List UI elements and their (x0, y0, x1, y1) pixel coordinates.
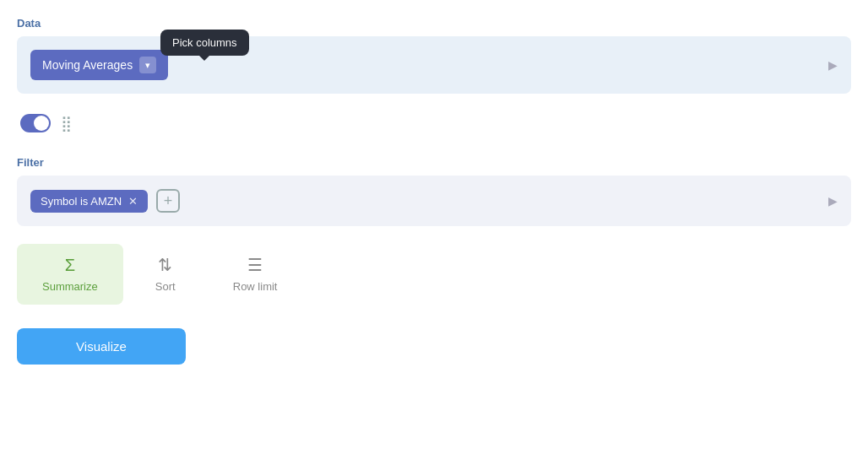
row-limit-icon: ☰ (247, 255, 263, 275)
pick-columns-tooltip: Pick columns (160, 30, 249, 56)
summarize-icon: Σ (65, 256, 75, 275)
tooltip-container: Pick columns (160, 30, 249, 56)
filter-row-arrow-icon[interactable]: ▶ (828, 194, 838, 208)
grid-icon[interactable]: ⣿ (61, 114, 72, 132)
row-limit-label: Row limit (233, 280, 278, 293)
filter-tag-close-icon[interactable]: ✕ (128, 195, 138, 208)
data-row-arrow-icon[interactable]: ▶ (828, 58, 838, 72)
data-section: Data Pick columns Moving Averages ▾ ▶ (17, 17, 851, 94)
filter-section-label: Filter (17, 156, 851, 169)
moving-averages-label: Moving Averages (42, 58, 133, 72)
chevron-down-icon[interactable]: ▾ (139, 57, 156, 73)
data-row: Pick columns Moving Averages ▾ ▶ (17, 36, 851, 94)
data-section-label: Data (17, 17, 851, 30)
sort-icon: ⇅ (158, 255, 172, 275)
tab-sort[interactable]: ⇅ Sort (123, 243, 208, 305)
tab-row-limit[interactable]: ☰ Row limit (208, 243, 303, 305)
summarize-label: Summarize (42, 280, 98, 293)
filter-tag[interactable]: Symbol is AMZN ✕ (30, 190, 148, 213)
visualize-button[interactable]: Visualize (17, 328, 186, 365)
toggle-switch[interactable] (20, 114, 51, 132)
filter-row: Symbol is AMZN ✕ + ▶ (17, 176, 851, 226)
toggle-row: ⣿ (17, 107, 851, 139)
moving-averages-button[interactable]: Moving Averages ▾ (30, 50, 168, 80)
add-filter-button[interactable]: + (156, 189, 180, 213)
filter-tag-label: Symbol is AMZN (41, 195, 122, 208)
sort-label: Sort (155, 280, 176, 293)
filter-section: Filter Symbol is AMZN ✕ + ▶ (17, 156, 851, 226)
visualize-label: Visualize (76, 339, 127, 354)
tabs-row: Σ Summarize ⇅ Sort ☰ Row limit (17, 243, 851, 305)
tab-summarize[interactable]: Σ Summarize (17, 244, 123, 305)
